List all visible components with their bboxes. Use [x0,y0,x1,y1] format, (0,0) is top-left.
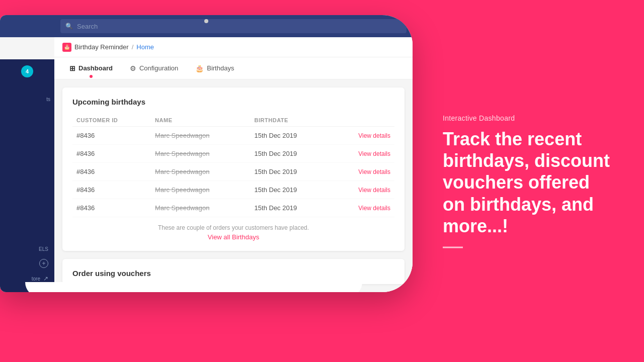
table-footer: These are couple of orders your customer… [72,217,394,241]
external-link-icon: ↗ [43,275,48,282]
cell-birthdate: 15th Dec 2019 [251,145,331,163]
view-details-link[interactable]: View details [331,127,394,145]
configuration-tab-label: Configuration [139,64,178,72]
birthdays-table: CUSTOMER ID NAME BIRTHDATE #8436 Marc Sp… [72,114,394,217]
table-row: #8436 Marc Speedwagon 15th Dec 2019 View… [72,199,394,217]
tab-bar: ⊞ Dashboard ⚙ Configuration 🎂 Birthdays [54,57,413,79]
sidebar-add-action[interactable]: + [36,259,48,268]
birthdays-tab-icon: 🎂 [195,64,204,72]
tab-birthdays[interactable]: 🎂 Birthdays [188,59,241,77]
panel-subtitle: Interactive Dashboard [443,114,614,122]
store-label: tore [32,276,40,282]
cell-name: Marc Speedwagon [151,199,251,217]
table-row: #8436 Marc Speedwagon 15th Dec 2019 View… [72,127,394,145]
upcoming-birthdays-title: Upcoming birthdays [72,98,394,106]
breadcrumb-home-link[interactable]: Home [136,43,154,51]
add-icon: + [39,259,48,268]
search-placeholder: Search [77,23,98,30]
breadcrumb-module: Birthday Reminder [74,43,129,51]
cell-customer-id: #8436 [72,163,151,181]
col-birthdate: BIRTHDATE [251,114,331,127]
tab-dashboard[interactable]: ⊞ Dashboard [62,59,120,77]
view-details-link[interactable]: View details [331,199,394,217]
table-row: #8436 Marc Speedwagon 15th Dec 2019 View… [72,145,394,163]
breadcrumb-separator: / [132,43,134,51]
order-vouchers-title: Order using vouchers [72,269,394,278]
sidebar-store-action[interactable]: tore ↗ [32,275,48,282]
browser-bottom-curve [25,282,362,292]
browser-dot [204,19,208,23]
sidebar-item-3: ts [46,97,54,102]
top-navbar: 🔍 Search [0,15,413,37]
sidebar-labels-label: ELS [39,246,48,252]
panel-divider [443,246,463,248]
cell-birthdate: 15th Dec 2019 [251,127,331,145]
cell-customer-id: #8436 [72,199,151,217]
birthdays-tab-label: Birthdays [207,64,234,72]
cell-customer-id: #8436 [72,181,151,199]
cell-customer-id: #8436 [72,127,151,145]
cell-name: Marc Speedwagon [151,181,251,199]
main-content: 🎂 Birthday Reminder / Home ⊞ Dashboard ⚙… [54,37,413,292]
view-details-link[interactable]: View details [331,181,394,199]
breadcrumb: 🎂 Birthday Reminder / Home [54,37,413,57]
col-name: NAME [151,114,251,127]
module-icon: 🎂 [62,43,71,52]
cell-birthdate: 15th Dec 2019 [251,181,331,199]
table-row: #8436 Marc Speedwagon 15th Dec 2019 View… [72,163,394,181]
dashboard-tab-icon: ⊞ [69,64,75,72]
upcoming-birthdays-card: Upcoming birthdays CUSTOMER ID NAME BIRT… [62,87,405,251]
dashboard-tab-label: Dashboard [78,64,113,72]
view-all-birthdays-link[interactable]: View all Birthdays [72,233,394,241]
view-details-link[interactable]: View details [331,163,394,181]
cell-name: Marc Speedwagon [151,145,251,163]
configuration-tab-icon: ⚙ [130,64,136,72]
col-customer-id: CUSTOMER ID [72,114,151,127]
order-vouchers-card: Order using vouchers [62,259,405,284]
sidebar-badge: 4 [21,65,33,77]
search-bar[interactable]: 🔍 Search [60,19,407,33]
panel-headline: Track the recent birthdays, discount vou… [443,128,614,237]
search-icon: 🔍 [65,23,73,30]
cell-name: Marc Speedwagon [151,127,251,145]
cell-customer-id: #8436 [72,145,151,163]
cell-birthdate: 15th Dec 2019 [251,199,331,217]
footer-text: These are couple of orders your customer… [72,224,394,231]
cell-birthdate: 15th Dec 2019 [251,163,331,181]
page-body: Upcoming birthdays CUSTOMER ID NAME BIRT… [54,79,413,292]
tab-configuration[interactable]: ⚙ Configuration [123,59,185,77]
table-row: #8436 Marc Speedwagon 15th Dec 2019 View… [72,181,394,199]
view-details-link[interactable]: View details [331,145,394,163]
cell-name: Marc Speedwagon [151,163,251,181]
sidebar: 4 ts ELS + tore ↗ [0,59,54,292]
col-action [331,114,394,127]
